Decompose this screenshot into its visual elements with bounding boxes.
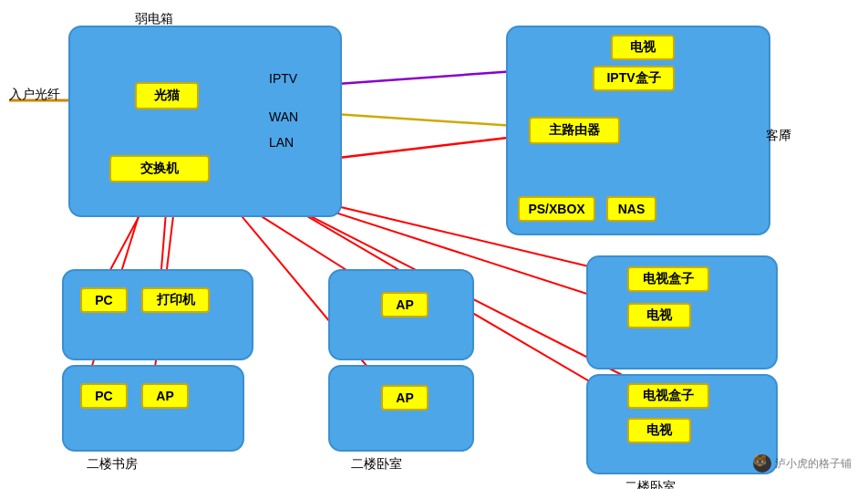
dianshi3-box: 电视	[627, 418, 691, 443]
ps-xbox-box: PS/XBOX	[518, 196, 595, 222]
iptv-box: IPTV盒子	[593, 66, 675, 91]
ruodian-box	[68, 26, 342, 217]
watermark: 🐯 泸小虎的格子铺	[753, 454, 852, 473]
zhuluyouqi-box: 主路由器	[529, 117, 620, 144]
keting-label: 客厣	[766, 128, 791, 144]
erlou-shufang-label: 二楼书房	[87, 456, 138, 473]
watermark-icon: 🐯	[753, 454, 771, 473]
iptv-line-label: IPTV	[269, 71, 297, 86]
pc1-box: PC	[80, 287, 128, 313]
fiber-label: 入户光纤	[9, 87, 60, 103]
watermark-text: 泸小虎的格子铺	[775, 456, 852, 472]
wan-line-label: WAN	[269, 109, 298, 124]
jiaohuan-box: 交换机	[109, 155, 210, 182]
erlou-woshi2-label: 二楼卧室	[625, 479, 676, 489]
nas-box: NAS	[606, 196, 656, 222]
yilou-shufang-box	[62, 269, 253, 360]
dianshi-hezi2-box: 电视盒子	[627, 383, 709, 409]
daiyinji-box: 打印机	[141, 287, 210, 313]
guangmao-box: 光猫	[135, 82, 199, 109]
ap2-box: AP	[141, 383, 189, 409]
dianshi-hezi1-box: 电视盒子	[627, 266, 709, 292]
erlou-woshi-label: 二楼卧室	[351, 456, 402, 473]
lan-line-label: LAN	[269, 135, 294, 150]
ap1-box: AP	[381, 292, 429, 317]
pc2-box: PC	[80, 383, 128, 409]
dianshi2-box: 电视	[627, 303, 691, 328]
diagram: 弱电箱 光猫 交换机 入户光纤 IPTV WAN LAN 客厣 电视 IPTV盒…	[0, 0, 868, 489]
dianshi1-box: 电视	[611, 35, 675, 60]
ap3-box: AP	[381, 385, 429, 411]
